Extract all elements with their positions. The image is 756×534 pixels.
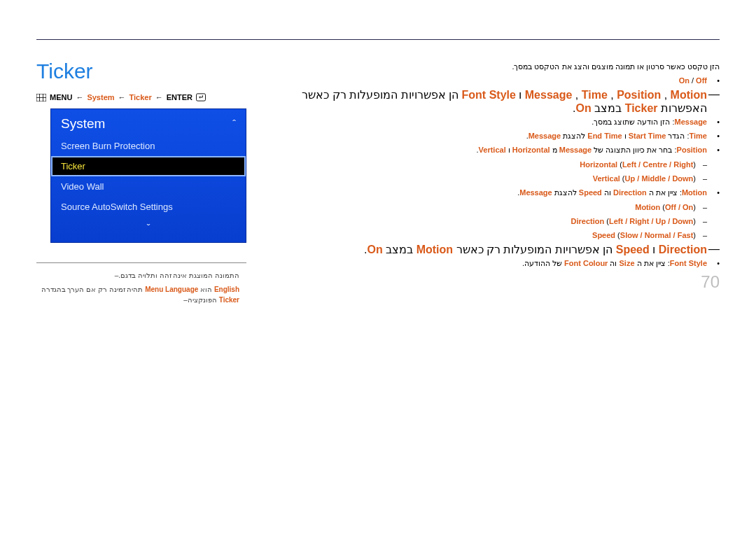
breadcrumb-ticker: Ticker	[130, 93, 152, 101]
sub-direction: Direction (Left / Right / Up / Down)	[297, 214, 720, 228]
section-title: Ticker	[36, 59, 246, 83]
chevron-up-icon: ˆ	[232, 118, 236, 129]
breadcrumb-enter-label: ENTER	[167, 93, 192, 101]
osd-menu-header-label: System	[61, 116, 105, 132]
osd-menu-item[interactable]: Screen Burn Protection	[51, 136, 246, 156]
osd-menu-panel: System ˆ Screen Burn Protection Ticker V…	[50, 108, 246, 243]
footnote: English הוא Menu Language תהיה זמינה רק …	[36, 284, 246, 305]
bullet-position: Position: בחר את כיוון התצוגה של Message…	[297, 143, 720, 157]
sub-horizontal: Horizontal (Left / Centre / Right)	[297, 157, 720, 171]
chevron-down-icon: ˇ	[51, 217, 246, 242]
dash-motion-note: Direction ו Speed הן אפשרויות המופעלות ר…	[297, 243, 720, 256]
intro-text: הזן טקסט כאשר סרטון או תמונה מוצגים והצג…	[297, 59, 720, 73]
menu-grid-icon	[36, 94, 46, 101]
bullet-message: Message: הזן הודעה שתוצג במסך.	[297, 115, 720, 129]
breadcrumb-system: System	[87, 93, 114, 101]
arrow-icon: ←	[76, 93, 83, 101]
sub-motion-onoff: Motion (Off / On)	[297, 200, 720, 214]
osd-menu-header: System ˆ	[51, 109, 246, 136]
arrow-icon: ←	[155, 93, 163, 101]
osd-menu-item[interactable]: Source AutoSwitch Settings	[51, 197, 246, 217]
footnote: התמונה המוצגת אינה זהה ותלויה בדגם.–	[36, 270, 246, 281]
dash-enable-note: Message , Time , Position , Motion ו Fon…	[297, 88, 720, 115]
top-rule	[36, 39, 720, 40]
page-number: 70	[701, 272, 720, 292]
breadcrumb: MENU ← System ← Ticker ← ENTER	[36, 93, 246, 101]
sub-vertical: Vertical (Up / Middle / Down)	[297, 171, 720, 185]
bullet-font-style: Font Style: ציין את ה Size וה Font Colou…	[297, 256, 720, 270]
arrow-icon: ←	[118, 93, 126, 101]
notes-divider	[36, 262, 246, 263]
osd-menu-item-selected[interactable]: Ticker	[51, 156, 246, 176]
sub-speed: Speed (Slow / Normal / Fast)	[297, 228, 720, 242]
bullet-on-off: On / Off	[297, 73, 720, 87]
bullet-motion: Motion: ציין את ה Direction וה Speed להצ…	[297, 185, 720, 199]
osd-menu-item[interactable]: Video Wall	[51, 176, 246, 197]
bullet-time: Time: הגדר Start Time ו End Time להצגת M…	[297, 129, 720, 143]
breadcrumb-menu-label: MENU	[50, 93, 72, 101]
enter-icon	[196, 94, 206, 101]
